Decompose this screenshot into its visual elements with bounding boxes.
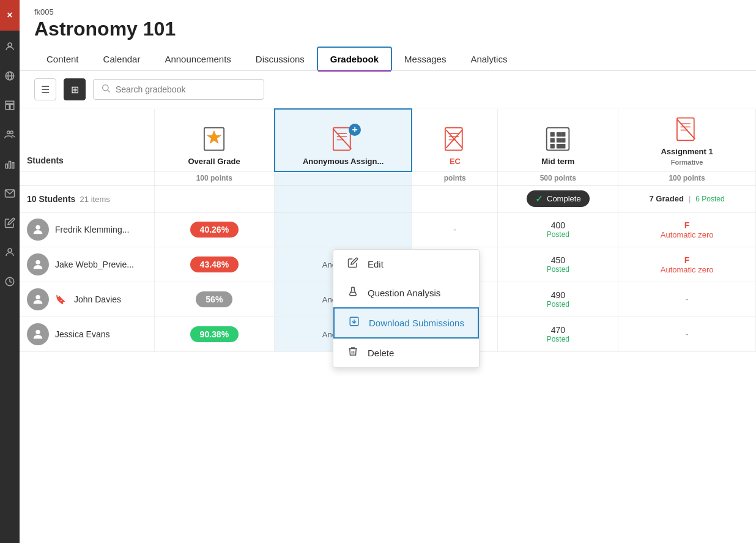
assignment1-grade-1: F [626, 220, 748, 230]
svg-rect-38 [557, 144, 566, 148]
download-icon [347, 316, 361, 330]
sidebar-icon-person[interactable] [0, 239, 20, 266]
midterm-status-4: Posted [505, 335, 610, 343]
tab-analytics[interactable]: Analytics [458, 48, 519, 70]
assignment1-grade-4: - [626, 329, 748, 340]
sidebar-icon-chart[interactable] [0, 151, 20, 178]
svg-rect-33 [561, 132, 565, 137]
svg-rect-9 [6, 164, 7, 168]
overall-grade-header: Overall Grade [162, 124, 267, 166]
search-icon [101, 83, 111, 95]
overall-grade-icon [199, 124, 229, 154]
midterm-3[interactable]: 490 Posted [498, 282, 618, 317]
svg-point-45 [35, 260, 40, 264]
midterm-score-2: 450 Posted [505, 255, 610, 274]
col-assignment1: Assignment 1 Formative [618, 109, 756, 171]
summary-anonymous [275, 185, 412, 212]
midterm-icon [543, 124, 573, 154]
midterm-score-4: 470 Posted [505, 325, 610, 343]
svg-point-0 [8, 43, 12, 47]
midterm-points: 500 points [498, 171, 618, 185]
tab-discussions[interactable]: Discussions [243, 48, 317, 70]
bookmark-icon-3: 🔖 [55, 294, 65, 304]
header: fk005 Astronomy 101 Content Calendar Ann… [20, 0, 756, 71]
summary-students: 10 Students 21 items [20, 185, 154, 212]
sidebar-icon-edit[interactable] [0, 209, 20, 236]
svg-rect-11 [12, 163, 14, 168]
col-ec: EC [412, 109, 498, 171]
student-name-3: John Davies [74, 294, 121, 304]
anonymous-assign-icon: + [328, 124, 358, 154]
overall-grade-3[interactable]: 56% [154, 282, 275, 317]
tab-gradebook[interactable]: Gradebook [317, 47, 392, 70]
midterm-2[interactable]: 450 Posted [498, 247, 618, 282]
avatar-3 [27, 288, 49, 310]
midterm-score-3: 490 Posted [505, 290, 610, 309]
midterm-label: Mid term [541, 157, 574, 166]
overall-grade-4[interactable]: 90.38% [154, 317, 275, 352]
svg-point-7 [7, 131, 10, 134]
svg-rect-4 [6, 101, 14, 103]
tab-calendar[interactable]: Calendar [91, 48, 153, 70]
delete-label: Delete [368, 348, 394, 358]
assignment1-1[interactable]: F Automatic zero [618, 212, 756, 247]
assignment1-status-2: Automatic zero [626, 265, 748, 274]
midterm-header: Mid term [505, 124, 610, 166]
student-name-2: Jake Webb_Previe... [55, 260, 134, 269]
sidebar-icon-globe[interactable] [0, 62, 20, 89]
search-input[interactable] [116, 84, 256, 94]
sidebar-icon-mail[interactable] [0, 180, 20, 207]
download-submissions-label: Download Submissions [369, 318, 464, 328]
svg-rect-5 [6, 105, 9, 110]
overall-grade-2[interactable]: 43.48% [154, 247, 275, 282]
table-row: Fredrik Klemming... 40.26% - 400 Posted [20, 212, 756, 247]
svg-rect-32 [557, 132, 561, 137]
svg-point-46 [35, 295, 40, 299]
midterm-4[interactable]: 470 Posted [498, 317, 618, 352]
assignment1-2[interactable]: F Automatic zero [618, 247, 756, 282]
posted-count: 6 Posted [695, 195, 724, 203]
assignment1-3[interactable]: - [618, 282, 756, 317]
list-icon: ☰ [41, 84, 50, 95]
grade-badge-3: 56% [196, 291, 232, 307]
check-icon: ✓ [535, 193, 543, 204]
nav-tabs: Content Calendar Announcements Discussio… [34, 47, 741, 70]
dropdown-item-download-submissions[interactable]: Download Submissions [333, 307, 479, 339]
close-button[interactable]: × [0, 0, 20, 31]
dropdown-item-edit[interactable]: Edit [333, 250, 479, 279]
col-midterm: Mid term [498, 109, 618, 171]
dropdown-item-question-analysis[interactable]: Question Analysis [333, 279, 479, 307]
tab-announcements[interactable]: Announcements [152, 48, 243, 70]
sidebar-icon-clock[interactable] [0, 268, 20, 295]
dropdown-item-delete[interactable]: Delete [333, 339, 479, 367]
midterm-val-4: 470 [505, 325, 610, 335]
sidebar-icon-group[interactable] [0, 121, 20, 148]
search-box [93, 79, 264, 100]
svg-point-44 [35, 225, 40, 230]
overall-grade-1[interactable]: 40.26% [154, 212, 275, 247]
svg-rect-31 [550, 132, 555, 137]
sidebar-icon-layout[interactable] [0, 92, 20, 119]
tab-messages[interactable]: Messages [392, 48, 458, 70]
dropdown-menu: Edit Question Analysis Download Submissi… [333, 249, 480, 368]
avatar-4 [27, 323, 49, 345]
midterm-1[interactable]: 400 Posted [498, 212, 618, 247]
col-students: Students [20, 109, 154, 171]
points-row: 100 points points 500 points 100 points [20, 171, 756, 185]
tab-content[interactable]: Content [34, 48, 91, 70]
student-cell-2: Jake Webb_Previe... [20, 247, 154, 282]
graded-info: 7 Graded | 6 Posted [626, 194, 748, 203]
grid-view-button[interactable]: ⊞ [64, 78, 86, 100]
main-content: fk005 Astronomy 101 Content Calendar Ann… [20, 0, 756, 543]
edit-label: Edit [368, 259, 384, 269]
col-anonymous-assign[interactable]: + Anonymous Assign... [275, 109, 412, 171]
assignment1-grade-3: - [626, 294, 748, 305]
assignment1-points: 100 points [618, 171, 756, 185]
overall-grade-label: Overall Grade [188, 157, 240, 166]
list-view-button[interactable]: ☰ [34, 78, 56, 100]
overall-points: 100 points [154, 171, 275, 185]
svg-point-8 [10, 131, 13, 134]
assignment1-4[interactable]: - [618, 317, 756, 352]
ec-1: - [412, 212, 498, 247]
sidebar-icon-user[interactable] [0, 33, 20, 60]
